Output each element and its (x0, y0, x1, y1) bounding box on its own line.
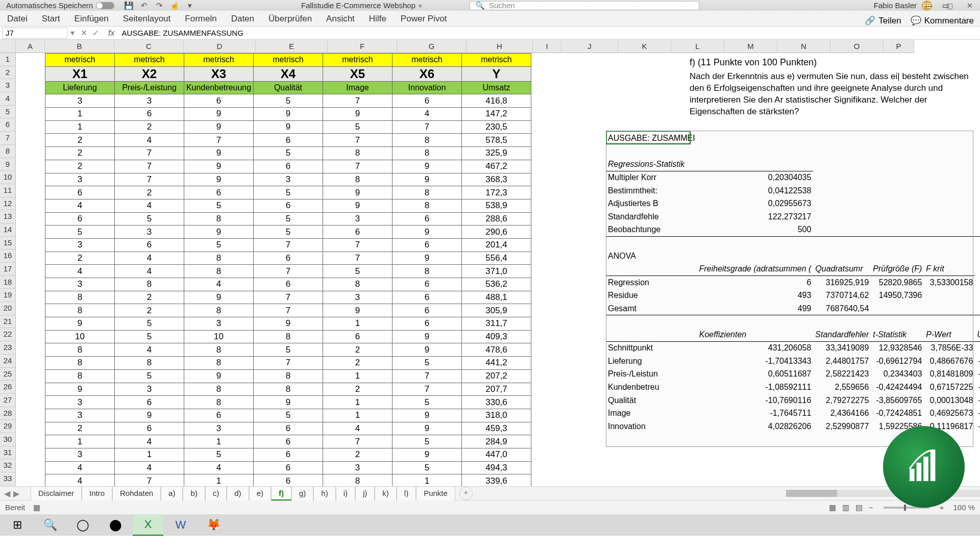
cell[interactable]: 6 (254, 422, 323, 435)
obs-icon[interactable]: ⬤ (100, 514, 131, 536)
cell[interactable]: 207,2 (462, 369, 531, 383)
cell[interactable]: X5 (323, 66, 393, 81)
cell[interactable]: 5 (254, 343, 323, 357)
cell[interactable]: 365,696292 (975, 341, 980, 355)
cell[interactable]: 5 (115, 317, 184, 331)
col-header[interactable]: N (777, 40, 830, 53)
sheet-tab[interactable]: h) (313, 486, 335, 500)
cell[interactable]: 5 (115, 330, 184, 343)
cell[interactable]: 3 (45, 448, 115, 461)
cell[interactable]: 5 (254, 186, 323, 199)
cell[interactable]: 9 (254, 108, 323, 121)
tab-formeln[interactable]: Formeln (184, 12, 217, 26)
cell[interactable]: X4 (254, 66, 323, 81)
cell[interactable]: 10 (184, 330, 254, 343)
cortana-icon[interactable]: ◯ (67, 514, 98, 536)
cell[interactable]: 5 (184, 448, 254, 461)
cell[interactable]: 9 (393, 343, 462, 357)
sheet-tab[interactable]: a) (161, 486, 183, 500)
cell[interactable]: 6 (254, 435, 323, 448)
cell[interactable]: 9 (323, 186, 393, 199)
cell[interactable]: 8 (45, 343, 115, 357)
cell[interactable]: 4 (115, 435, 184, 448)
cell[interactable]: 538,9 (462, 199, 531, 212)
cell[interactable]: 10 (45, 330, 115, 343)
cell[interactable]: 4 (184, 278, 254, 291)
tab-ueberpruefen[interactable]: Überprüfen (267, 12, 313, 26)
cell[interactable]: Image (323, 81, 393, 94)
sheet-tab[interactable]: f) (271, 486, 291, 500)
cell[interactable]: 5 (254, 409, 323, 422)
sheet-tab[interactable]: k) (375, 486, 397, 500)
cell[interactable]: 3 (115, 383, 184, 396)
cell[interactable]: 6 (115, 396, 184, 409)
cell[interactable]: 330,6 (462, 396, 531, 409)
cell[interactable] (975, 289, 980, 302)
cell[interactable]: 9 (393, 252, 462, 265)
fx-icon[interactable]: fx (104, 29, 118, 38)
row-header[interactable]: 28 (0, 407, 16, 420)
cell[interactable]: 6 (254, 461, 323, 474)
col-header[interactable]: A (16, 40, 45, 53)
sheet-tab[interactable]: j) (355, 486, 375, 500)
comments-button[interactable]: 💬Kommentare (911, 15, 974, 26)
cell[interactable]: 8 (323, 474, 393, 486)
cell[interactable]: 7 (115, 474, 184, 486)
sheet-tab[interactable]: l) (397, 486, 416, 500)
zoom-in-icon[interactable]: + (940, 503, 944, 512)
cell[interactable]: 8 (393, 134, 462, 147)
cell[interactable]: 6 (254, 448, 323, 461)
row-header[interactable]: 11 (0, 184, 16, 197)
cell[interactable]: 4 (115, 252, 184, 265)
cell[interactable]: 9 (393, 409, 462, 422)
cell[interactable]: 3 (184, 317, 254, 331)
cell[interactable]: metrisch (254, 54, 323, 67)
cell[interactable]: 2 (115, 186, 184, 199)
cell[interactable]: 8 (254, 369, 323, 383)
add-sheet-button[interactable]: + (459, 487, 473, 500)
tab-daten[interactable]: Daten (230, 12, 255, 26)
cell[interactable]: 9 (393, 173, 462, 186)
row-header[interactable]: 9 (0, 158, 16, 171)
cell[interactable]: 7 (323, 238, 393, 252)
row-header[interactable]: 4 (0, 92, 16, 106)
cell[interactable]: 9 (323, 108, 393, 121)
cell[interactable]: 8 (184, 212, 254, 226)
cell[interactable]: 9 (393, 330, 462, 343)
cell[interactable]: 447,0 (462, 448, 531, 461)
cell[interactable]: 6 (323, 226, 393, 239)
cell[interactable]: 8 (184, 383, 254, 396)
cell[interactable]: 7 (254, 357, 323, 370)
cell[interactable]: 9 (184, 173, 254, 186)
cell[interactable]: 7 (393, 383, 462, 396)
row-header[interactable]: 22 (0, 328, 16, 341)
cell[interactable]: 8 (115, 278, 184, 291)
excel-taskbar-icon[interactable]: X (133, 514, 163, 536)
sheet-tab[interactable]: Punkte (416, 486, 455, 500)
cell[interactable]: 3 (254, 173, 323, 186)
row-header[interactable]: 27 (0, 394, 16, 407)
cell[interactable]: 2 (45, 134, 115, 147)
cell[interactable]: 4 (45, 199, 115, 212)
cell[interactable]: X2 (115, 66, 184, 81)
sheet-tab[interactable]: e) (249, 486, 271, 500)
cell[interactable]: 5 (184, 238, 254, 252)
cell[interactable]: 3 (45, 278, 115, 291)
cell[interactable]: X6 (393, 66, 462, 81)
cell[interactable]: 4 (323, 422, 393, 435)
cell[interactable]: 339,6 (462, 474, 531, 486)
col-header[interactable]: M (724, 40, 777, 53)
page-break-view-icon[interactable]: ▤ (855, 503, 863, 512)
firefox-icon[interactable]: 🦊 (198, 514, 229, 536)
cell[interactable]: 9 (254, 317, 323, 331)
sheet-prev-icon[interactable]: ◀ (4, 489, 10, 498)
cell[interactable]: 2 (45, 160, 115, 173)
cell[interactable]: 6 (254, 199, 323, 212)
cell[interactable]: 1 (45, 435, 115, 448)
row-header[interactable]: 6 (0, 118, 16, 132)
cell[interactable]: 6 (184, 409, 254, 422)
row-header[interactable]: 7 (0, 132, 16, 145)
cell[interactable]: 8 (45, 304, 115, 317)
cell[interactable]: 2 (115, 120, 184, 134)
cell[interactable]: 1 (184, 435, 254, 448)
